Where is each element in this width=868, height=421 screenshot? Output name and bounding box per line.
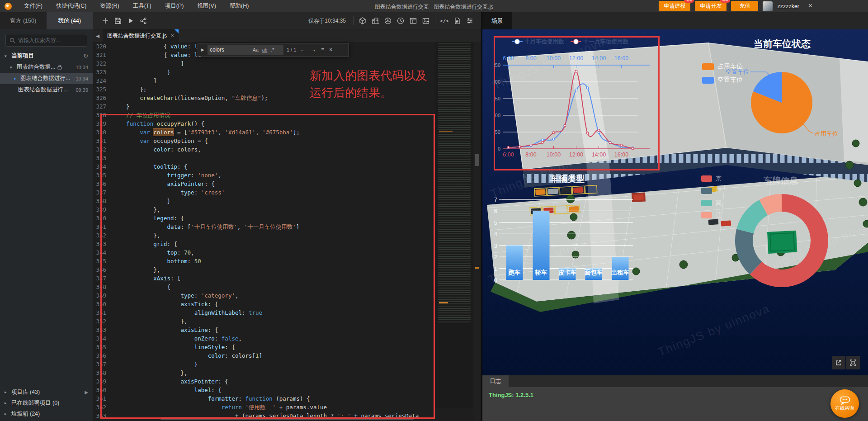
save-icon[interactable]: [112, 15, 124, 26]
match-case-icon[interactable]: Aa: [251, 47, 260, 52]
code-line[interactable]: 341 data: ['十月车位使用数', '十一月车位使用数']: [93, 222, 435, 231]
code-line[interactable]: 344 top: 70,: [93, 248, 435, 257]
vehicle-type-bar-chart[interactable]: 01234567跑车轿车皮卡车面包车出租车: [491, 172, 641, 285]
tab-mine[interactable]: 我的 (44): [47, 12, 93, 29]
legend-item[interactable]: 津: [701, 187, 722, 195]
code-line[interactable]: 350 axisTick: {: [93, 300, 435, 308]
tab-close-icon[interactable]: ×: [171, 33, 174, 39]
legend-item[interactable]: 空置车位: [702, 76, 743, 84]
find-in-selection-icon[interactable]: ≡: [320, 47, 325, 53]
close-icon[interactable]: ✕: [808, 2, 813, 9]
image-icon[interactable]: [420, 15, 432, 26]
search-input[interactable]: [18, 37, 83, 43]
settings-sliders-icon[interactable]: [463, 15, 476, 26]
code-line[interactable]: 343 grid: {: [93, 240, 435, 248]
menu-help[interactable]: 帮助(H): [223, 0, 255, 12]
menu-resources[interactable]: 资源(R): [93, 0, 126, 12]
code-line[interactable]: 361 formatter: function (params) {: [93, 394, 435, 403]
recharge-button[interactable]: 充值: [731, 1, 758, 11]
find-input[interactable]: [210, 47, 250, 53]
legend-item[interactable]: 冀: [701, 199, 722, 207]
tab-log[interactable]: 日志: [482, 375, 509, 387]
code-line[interactable]: 357 }: [93, 360, 435, 369]
vertical-scrollbar[interactable]: [474, 42, 480, 421]
code-line[interactable]: 328 // 车位占用情况: [93, 111, 435, 119]
fullscreen-button[interactable]: [846, 356, 860, 369]
code-line[interactable]: 346 },: [93, 265, 435, 274]
menu-project[interactable]: 项目(P): [158, 0, 191, 12]
tab-scene[interactable]: 场景: [482, 12, 512, 29]
code-line[interactable]: 329 function occupyPark() {: [93, 119, 435, 128]
code-line[interactable]: 327 }: [93, 102, 435, 111]
code-line[interactable]: 340 legend: {: [93, 214, 435, 222]
code-line[interactable]: 336 axisPointer: {: [93, 180, 435, 188]
code-line[interactable]: 347 xAxis: [: [93, 274, 435, 283]
code-line[interactable]: 333: [93, 154, 435, 162]
tab-official[interactable]: 官方 (150): [0, 12, 47, 29]
code-line[interactable]: 334 tooltip: {: [93, 162, 435, 171]
find-next-icon[interactable]: →: [310, 47, 317, 53]
horizontal-scrollbar[interactable]: [160, 417, 414, 420]
code-line[interactable]: 362 return '使用数 ' + params.value: [93, 403, 435, 412]
find-close-icon[interactable]: ×: [328, 47, 333, 53]
caret-right-icon[interactable]: ▸: [5, 412, 9, 416]
open-new-window-button[interactable]: [832, 356, 845, 369]
code-line[interactable]: 335 trigger: 'none',: [93, 171, 435, 180]
tree-file[interactable]: 图表结合数据进行... 09:39: [0, 84, 93, 95]
3d-cube-icon[interactable]: [356, 15, 369, 26]
sidebar-search[interactable]: [5, 34, 87, 47]
code-line[interactable]: 348 {: [93, 283, 435, 291]
legend-item[interactable]: 辽: [701, 211, 722, 219]
document-icon[interactable]: [451, 15, 463, 26]
minimap[interactable]: [435, 42, 473, 408]
caret-down-icon[interactable]: ▾: [10, 65, 14, 70]
code-line[interactable]: 345 bottom: 50: [93, 257, 435, 265]
sidebar-item-project-library[interactable]: ▸ 项目库 (43) ▶: [0, 387, 93, 397]
find-prev-icon[interactable]: ←: [299, 47, 307, 53]
code-line[interactable]: 351 alignWithLabel: true: [93, 308, 435, 317]
code-line[interactable]: 331 var occupyOption = {: [93, 137, 435, 145]
tree-project[interactable]: ▾ 图表结合数据... 10:34: [0, 61, 93, 73]
code-line[interactable]: 355 lineStyle: {: [93, 343, 435, 351]
menu-snippets[interactable]: 快捷代码(C): [49, 0, 93, 12]
tree-file-active[interactable]: ● 图表结合数据进行... 10:34: [0, 73, 93, 84]
code-line[interactable]: 354 onZero: false,: [93, 334, 435, 343]
code-line[interactable]: 356 color: colors[1]: [93, 351, 435, 360]
whole-word-icon[interactable]: ab: [261, 47, 269, 52]
tree-root-current-project[interactable]: ▾ 当前项目 ↻: [0, 50, 93, 61]
clock-icon[interactable]: [394, 15, 407, 26]
code-line[interactable]: 353 axisLine: {: [93, 326, 435, 334]
menu-view[interactable]: 视图(V): [190, 0, 223, 12]
username[interactable]: zzzzzker: [777, 3, 799, 9]
menu-file[interactable]: 文件(F): [17, 0, 49, 12]
code-line[interactable]: 349 type: 'category',: [93, 291, 435, 300]
caret-down-icon[interactable]: ▾: [5, 54, 9, 58]
aperture-icon[interactable]: [382, 15, 394, 26]
parking-usage-line-chart[interactable]: 0501001502002506:006:008:008:0010:0010:0…: [494, 36, 660, 170]
sidebar-item-trash[interactable]: ▸ 垃圾箱 (24): [0, 408, 93, 419]
legend-item[interactable]: 京: [701, 175, 722, 183]
code-line[interactable]: 338 }: [93, 197, 435, 205]
online-support-button[interactable]: 在线咨询: [830, 389, 859, 418]
layout-icon[interactable]: [407, 15, 420, 26]
code-line[interactable]: 359 axisPointer: {: [93, 377, 435, 386]
legend-item[interactable]: 占用车位: [702, 62, 743, 71]
code-line[interactable]: 330 var colors = ['#5793f3', '#d14a61', …: [93, 128, 435, 137]
new-file-icon[interactable]: [99, 15, 112, 26]
code-line[interactable]: 358 },: [93, 369, 435, 377]
find-expand-icon[interactable]: ▶: [201, 47, 204, 52]
refresh-icon[interactable]: ↻: [83, 52, 88, 59]
code-line[interactable]: 337 type: 'cross': [93, 188, 435, 197]
code-line[interactable]: 360 label: {: [93, 386, 435, 394]
code-line[interactable]: 342 },: [93, 231, 435, 240]
code-line[interactable]: 352 },: [93, 317, 435, 326]
share-icon[interactable]: [137, 15, 150, 26]
play-icon[interactable]: ▶: [85, 390, 88, 395]
scrollbar-thumb[interactable]: [475, 154, 479, 166]
back-icon[interactable]: ◀: [93, 33, 103, 38]
user-avatar[interactable]: [763, 1, 773, 11]
caret-right-icon[interactable]: ▸: [5, 390, 9, 394]
caret-right-icon[interactable]: ▸: [5, 401, 9, 405]
code-line[interactable]: 339 },: [93, 205, 435, 214]
run-icon[interactable]: [124, 15, 137, 26]
